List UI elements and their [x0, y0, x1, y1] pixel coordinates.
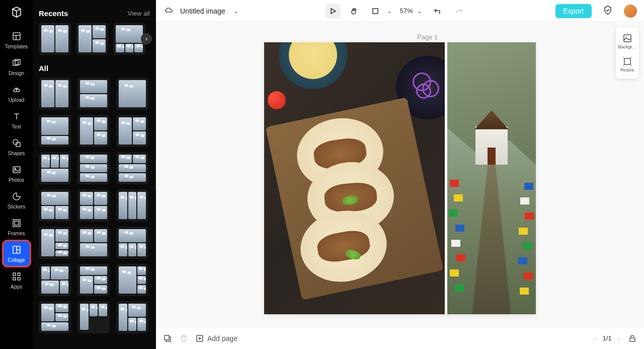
- right-tools: Backgr… Resize: [616, 27, 639, 79]
- collage-thumb[interactable]: [39, 264, 71, 296]
- collage-thumb[interactable]: [77, 189, 110, 222]
- collage-thumb[interactable]: [77, 78, 110, 110]
- play-button[interactable]: [326, 4, 341, 19]
- crop-button[interactable]: [368, 4, 383, 19]
- main-area: Untitled image ⌄ ⌄ 57% ⌄ Export Page 1: [156, 0, 644, 349]
- svg-rect-17: [18, 277, 20, 280]
- nav-label: Collage: [8, 257, 25, 263]
- app-logo[interactable]: [10, 5, 24, 19]
- collage-thumb[interactable]: [77, 264, 110, 296]
- nav-label: Apps: [11, 284, 22, 290]
- svg-rect-21: [165, 335, 169, 340]
- svg-rect-14: [13, 273, 16, 275]
- nav-design[interactable]: Design: [3, 53, 31, 80]
- background-tool[interactable]: Backgr…: [617, 30, 638, 52]
- nav-label: Templates: [5, 44, 28, 49]
- collage-cell-right[interactable]: [447, 42, 536, 314]
- collapse-panel-button[interactable]: ‹: [155, 160, 156, 190]
- bottombar: Add page ‹ 1/1 ›: [156, 327, 644, 349]
- add-page-button[interactable]: Add page: [195, 334, 237, 343]
- upload-icon: [11, 84, 22, 95]
- delete-button[interactable]: [179, 334, 188, 343]
- collage-thumb[interactable]: [116, 264, 148, 296]
- avatar[interactable]: [624, 5, 637, 18]
- collage-icon: [11, 244, 22, 255]
- nav-collage[interactable]: Collage: [3, 240, 31, 267]
- nav-text[interactable]: Text: [3, 107, 31, 133]
- collage-thumb[interactable]: [76, 23, 108, 55]
- redo-button[interactable]: [451, 4, 466, 19]
- collage-thumb[interactable]: [77, 301, 110, 333]
- shield-icon[interactable]: [603, 5, 613, 17]
- view-all-link[interactable]: View all: [127, 10, 150, 17]
- collage-thumb[interactable]: [39, 189, 71, 222]
- tool-label: Backgr…: [618, 44, 636, 49]
- nav-apps[interactable]: Apps: [3, 267, 31, 294]
- lock-button[interactable]: [628, 334, 637, 343]
- topbar: Untitled image ⌄ ⌄ 57% ⌄ Export: [156, 0, 644, 22]
- nav-label: Design: [9, 71, 24, 76]
- apps-icon: [11, 271, 22, 282]
- collage-thumb[interactable]: [39, 301, 71, 333]
- svg-rect-9: [13, 220, 20, 227]
- collage-thumb[interactable]: [116, 301, 148, 333]
- nav-upload[interactable]: Upload: [3, 80, 31, 107]
- collage-thumb[interactable]: [77, 115, 110, 147]
- collage-cell-left[interactable]: [264, 42, 445, 314]
- add-page-label: Add page: [207, 334, 237, 342]
- design-icon: [11, 57, 22, 68]
- svg-rect-16: [13, 277, 16, 280]
- hand-tool-button[interactable]: [347, 4, 362, 19]
- all-title: All: [39, 64, 48, 73]
- zoom-value[interactable]: 57%: [400, 7, 413, 15]
- title-dropdown[interactable]: ⌄: [231, 8, 240, 15]
- nav-label: Photos: [9, 177, 24, 183]
- svg-point-5: [13, 139, 18, 145]
- collage-thumb[interactable]: [39, 78, 71, 110]
- cloud-sync-icon[interactable]: [163, 5, 174, 18]
- next-page-button[interactable]: ›: [617, 334, 621, 342]
- layers-button[interactable]: [163, 334, 172, 343]
- nav-label: Shapes: [8, 151, 25, 156]
- page-indicator: 1/1: [603, 334, 612, 342]
- nav-shapes[interactable]: Shapes: [3, 133, 31, 160]
- prev-page-button[interactable]: ‹: [593, 334, 597, 342]
- scroll-right-button[interactable]: ›: [141, 33, 152, 44]
- collage-thumb[interactable]: [116, 152, 148, 184]
- resize-tool[interactable]: Resize: [617, 53, 638, 76]
- svg-rect-23: [630, 338, 635, 341]
- background-icon: [622, 33, 632, 43]
- svg-rect-18: [373, 9, 378, 14]
- nav-photos[interactable]: Photos: [3, 160, 31, 187]
- crop-dropdown[interactable]: ⌄: [385, 8, 394, 15]
- nav-frames[interactable]: Frames: [3, 214, 31, 240]
- collage-thumb[interactable]: [116, 115, 148, 147]
- undo-button[interactable]: [430, 4, 445, 19]
- export-button[interactable]: Export: [555, 4, 592, 18]
- collage-thumb[interactable]: [116, 78, 148, 110]
- collage-thumb[interactable]: [39, 23, 71, 55]
- collage-thumb[interactable]: [77, 227, 110, 259]
- nav-label: Frames: [8, 231, 25, 236]
- nav-label: Upload: [9, 97, 25, 103]
- canvas-page[interactable]: [264, 42, 536, 314]
- nav-stickers[interactable]: Stickers: [3, 187, 31, 214]
- shapes-icon: [11, 137, 22, 149]
- nav-templates[interactable]: Templates: [3, 27, 31, 53]
- page-label: Page 1: [417, 33, 438, 41]
- stickers-icon: [11, 191, 22, 202]
- collage-thumb[interactable]: [39, 227, 71, 259]
- svg-rect-20: [624, 58, 630, 64]
- collage-thumb[interactable]: [116, 189, 148, 222]
- add-page-icon: [195, 334, 204, 343]
- document-title[interactable]: Untitled image: [180, 7, 225, 15]
- collage-thumb[interactable]: [39, 152, 71, 184]
- templates-icon: [11, 31, 22, 42]
- all-grid: [39, 78, 150, 333]
- collage-thumb[interactable]: [77, 152, 110, 184]
- zoom-dropdown[interactable]: ⌄: [415, 8, 424, 15]
- svg-rect-15: [18, 273, 20, 275]
- canvas-area[interactable]: Page 1: [156, 22, 644, 327]
- collage-thumb[interactable]: [39, 115, 71, 147]
- collage-thumb[interactable]: [116, 227, 148, 259]
